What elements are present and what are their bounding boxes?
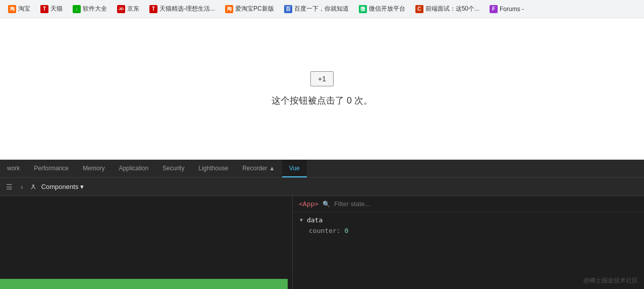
bookmark-taobao[interactable]: 淘 淘宝	[4, 3, 34, 15]
bookmark-label: 前端面试：这50个...	[425, 5, 479, 13]
main-content: +1 这个按钮被点击了 0 次。	[0, 18, 644, 160]
bookmark-interview[interactable]: C 前端面试：这50个...	[411, 3, 484, 15]
filter-state-input[interactable]	[334, 200, 638, 208]
svg-line-2	[33, 186, 35, 189]
components-dropdown[interactable]: Components ▾	[41, 183, 84, 190]
devtools-right-panel: <App> 🔍 ▼ data counter: 0 @稀土掘金技术社区	[293, 196, 644, 289]
counter-property: counter: 0	[299, 227, 638, 234]
bookmark-label: Forums -	[500, 6, 524, 13]
chevron-right-icon[interactable]: ›	[19, 181, 25, 193]
dropdown-icon: ▾	[80, 183, 84, 190]
tab-lighthouse[interactable]: Lighthouse	[191, 160, 235, 177]
app-tag-row: <App> 🔍	[293, 196, 644, 212]
tab-memory[interactable]: Memory	[76, 160, 112, 177]
bookmark-forums[interactable]: F Forums -	[486, 3, 528, 15]
devtools-tabs-bar: work Performance Memory Application Secu…	[0, 160, 644, 178]
bookmark-wechat[interactable]: 微 微信开放平台	[355, 3, 409, 15]
menu-icon[interactable]: ☰	[4, 181, 15, 193]
svg-line-1	[31, 186, 33, 189]
tianmao2-icon: T	[149, 5, 157, 13]
bookmark-tianmao2[interactable]: T 天猫精选-理想生活...	[145, 3, 219, 15]
bookmark-label: 百度一下，你就知道	[294, 5, 349, 13]
tab-network[interactable]: work	[0, 160, 27, 177]
bookmark-label: 天猫精选-理想生活...	[159, 5, 215, 13]
wechat-icon: 微	[359, 5, 367, 13]
counter-button[interactable]: +1	[310, 71, 334, 86]
bookmark-jd[interactable]: JD 京东	[113, 3, 143, 15]
bookmark-label: 京东	[127, 5, 139, 13]
search-icon: 🔍	[323, 201, 330, 208]
bookmark-software[interactable]: ↓ 软件大全	[69, 3, 111, 15]
tab-vue[interactable]: Vue	[282, 160, 307, 177]
interview-icon: C	[415, 5, 423, 13]
bookmark-label: 天猫	[50, 5, 63, 13]
watermark: @稀土掘金技术社区	[583, 276, 638, 285]
devtools-left-panel	[0, 196, 293, 289]
software-icon: ↓	[73, 5, 81, 13]
tab-performance[interactable]: Performance	[27, 160, 76, 177]
bookmark-label: 微信开放平台	[369, 5, 405, 13]
forums-icon: F	[490, 5, 498, 13]
tianmao-icon: T	[40, 5, 48, 13]
bookmark-label: 淘宝	[18, 5, 30, 13]
vue-component-icon	[29, 183, 37, 191]
counter-text: 这个按钮被点击了 0 次。	[272, 94, 372, 107]
bookmarks-bar: 淘 淘宝 T 天猫 ↓ 软件大全 JD 京东 T 天猫精选-理想生活... 淘 …	[0, 0, 644, 18]
bookmark-tianmao[interactable]: T 天猫	[36, 3, 67, 15]
bookmark-baidu[interactable]: 百 百度一下，你就知道	[280, 3, 353, 15]
data-header: ▼ data	[299, 216, 638, 224]
left-progress-bar	[0, 279, 288, 289]
prop-value: 0	[344, 227, 348, 234]
collapse-triangle-icon[interactable]: ▼	[299, 217, 304, 223]
components-label: Components	[41, 183, 79, 190]
bookmark-label: 软件大全	[83, 5, 107, 13]
svg-point-0	[32, 184, 34, 186]
jd-icon: JD	[117, 5, 125, 13]
app-tag[interactable]: <App>	[299, 200, 318, 208]
tab-security[interactable]: Security	[155, 160, 191, 177]
taobao-icon: 淘	[8, 5, 16, 13]
tab-recorder[interactable]: Recorder ▲	[235, 160, 282, 177]
aitaobao-icon: 淘	[225, 5, 233, 13]
devtools-panel: work Performance Memory Application Secu…	[0, 160, 644, 289]
bookmark-aitaobao[interactable]: 淘 爱淘宝PC新版	[221, 3, 278, 15]
tab-application[interactable]: Application	[112, 160, 155, 177]
bookmark-label: 爱淘宝PC新版	[235, 5, 274, 13]
baidu-icon: 百	[284, 5, 292, 13]
data-label: data	[307, 216, 323, 224]
devtools-panel-body: <App> 🔍 ▼ data counter: 0 @稀土掘金技术社区	[0, 196, 644, 289]
prop-name: counter:	[309, 227, 344, 234]
data-section: ▼ data counter: 0	[293, 212, 644, 238]
devtools-toolbar: ☰ › Components ▾	[0, 178, 644, 196]
